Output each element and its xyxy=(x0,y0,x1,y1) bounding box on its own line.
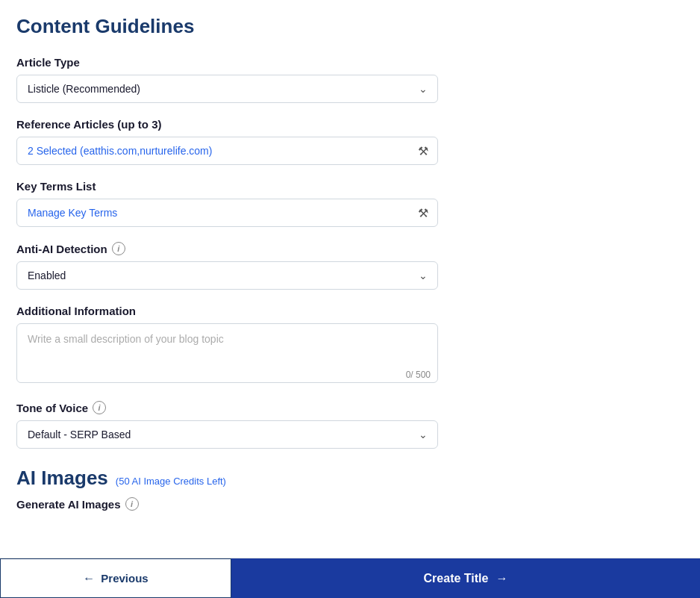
anti-ai-select[interactable]: Enabled Disabled xyxy=(16,261,438,290)
create-title-label: Create Title xyxy=(424,572,489,585)
key-terms-group: Key Terms List Manage Key Terms ⚒ xyxy=(16,180,684,227)
additional-info-label: Additional Information xyxy=(16,305,684,317)
anti-ai-group: Anti-AI Detection i Enabled Disabled ⌄ xyxy=(16,242,684,290)
additional-info-wrapper: 0/ 500 xyxy=(16,323,438,386)
previous-button-label: Previous xyxy=(101,572,148,585)
page-container: Content Guidelines Article Type Listicle… xyxy=(0,0,700,585)
article-type-label: Article Type xyxy=(16,56,684,69)
article-type-group: Article Type Listicle (Recommended) How-… xyxy=(16,56,684,103)
ai-credits-badge: (50 AI Image Credits Left) xyxy=(116,476,226,487)
anti-ai-select-wrapper: Enabled Disabled ⌄ xyxy=(16,261,438,290)
key-terms-box[interactable]: Manage Key Terms ⚒ xyxy=(16,199,438,227)
reference-articles-label: Reference Articles (up to 3) xyxy=(16,118,684,131)
tone-of-voice-info-icon[interactable]: i xyxy=(93,401,106,414)
reference-articles-value: 2 Selected (eatthis.com,nurturelife.com) xyxy=(28,145,212,157)
previous-arrow-icon: ← xyxy=(83,572,95,585)
tone-of-voice-select[interactable]: Default - SERP Based Formal Casual Persu… xyxy=(16,420,438,449)
create-title-button[interactable]: Create Title → xyxy=(231,558,700,598)
reference-articles-group: Reference Articles (up to 3) 2 Selected … xyxy=(16,118,684,165)
additional-info-group: Additional Information 0/ 500 xyxy=(16,305,684,386)
tone-of-voice-select-wrapper: Default - SERP Based Formal Casual Persu… xyxy=(16,420,438,449)
filter-icon: ⚒ xyxy=(418,144,428,158)
tone-of-voice-group: Tone of Voice i Default - SERP Based For… xyxy=(16,401,684,449)
generate-ai-images-label: Generate AI Images i xyxy=(16,497,684,511)
key-terms-filter-icon: ⚒ xyxy=(418,206,428,220)
anti-ai-label: Anti-AI Detection i xyxy=(16,242,684,255)
create-title-arrow-icon: → xyxy=(496,572,507,585)
generate-ai-info-icon[interactable]: i xyxy=(125,497,139,511)
bottom-bar: ← Previous Create Title → xyxy=(0,558,700,598)
ai-images-title: AI Images xyxy=(16,467,108,490)
article-type-select[interactable]: Listicle (Recommended) How-To Opinion Ne… xyxy=(16,75,438,103)
key-terms-label: Key Terms List xyxy=(16,180,684,193)
previous-button[interactable]: ← Previous xyxy=(0,558,231,598)
article-type-select-wrapper: Listicle (Recommended) How-To Opinion Ne… xyxy=(16,75,438,103)
ai-images-header: AI Images (50 AI Image Credits Left) xyxy=(16,467,684,490)
reference-articles-box[interactable]: 2 Selected (eatthis.com,nurturelife.com)… xyxy=(16,137,438,165)
anti-ai-info-icon[interactable]: i xyxy=(112,242,125,255)
tone-of-voice-label: Tone of Voice i xyxy=(16,401,684,414)
ai-images-section: AI Images (50 AI Image Credits Left) Gen… xyxy=(16,467,684,511)
key-terms-value: Manage Key Terms xyxy=(28,207,117,219)
char-count: 0/ 500 xyxy=(406,370,431,380)
additional-info-textarea[interactable] xyxy=(16,323,438,383)
page-title: Content Guidelines xyxy=(16,15,684,38)
